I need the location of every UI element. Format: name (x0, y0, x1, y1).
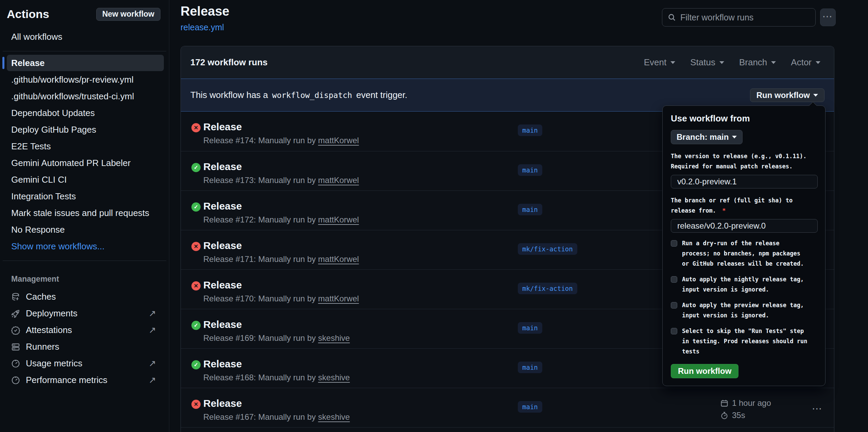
run-title-link[interactable]: Release (203, 279, 359, 291)
management-item[interactable]: Deployments ↗ (7, 305, 160, 322)
run-description-text: Release #169: Manually run by (203, 333, 316, 343)
runs-count: 172 workflow runs (190, 57, 268, 68)
run-title-link[interactable]: Release (203, 358, 350, 370)
management-item[interactable]: Caches ↗ (7, 288, 160, 305)
popup-checkbox-row: Select to skip the "Run Tests" step in t… (671, 326, 817, 356)
run-title-link[interactable]: Release (203, 398, 350, 409)
run-title-link[interactable]: Release (203, 121, 359, 133)
filter-dropdown[interactable]: Event (644, 57, 676, 68)
branch-badge[interactable]: mk/fix-action (518, 283, 577, 294)
calendar-icon (720, 399, 728, 407)
field-label-text: The version to release (e.g., v0.1.11). … (671, 153, 806, 170)
workflow-item-label: Integration Tests (11, 191, 76, 202)
run-actor-link[interactable]: mattKorwel (318, 176, 359, 185)
option-checkbox[interactable] (671, 240, 677, 247)
run-actor-link[interactable]: mattKorwel (318, 215, 359, 224)
workflow-item-label: Gemini CLI CI (11, 175, 67, 185)
popup-field: The branch or ref (full git sha) to rele… (671, 195, 817, 233)
chevron-down-icon (816, 61, 820, 64)
run-actor-link[interactable]: mattKorwel (318, 136, 359, 145)
run-actor-link[interactable]: skeshive (318, 333, 350, 343)
management-item[interactable]: Runners ↗ (7, 338, 160, 355)
filter-runs-input[interactable] (680, 13, 810, 22)
run-description-text: Release #167: Manually run by (203, 412, 316, 421)
run-description: Release #170: Manually run by mattKorwel (203, 294, 359, 303)
cache-icon (11, 293, 20, 301)
sidebar-workflow-item[interactable]: Release (7, 55, 164, 71)
search-icon (668, 13, 676, 21)
management-item-label: Usage metrics (26, 358, 82, 369)
banner-code: workflow_dispatch (272, 91, 352, 100)
filter-runs-search[interactable] (662, 8, 816, 27)
run-actor-link[interactable]: mattKorwel (318, 254, 359, 264)
filter-dropdown[interactable]: Status (690, 57, 724, 68)
branch-badge[interactable]: mk/fix-action (518, 243, 577, 255)
sidebar-workflow-item[interactable]: Gemini CLI CI (7, 171, 164, 188)
run-status-icon (191, 360, 201, 369)
sidebar-workflow-item[interactable]: No Response (7, 221, 164, 238)
run-title-link[interactable]: Release (203, 240, 359, 251)
new-workflow-button[interactable]: New workflow (96, 8, 160, 21)
show-more-workflows-link[interactable]: Show more workflows... (11, 241, 169, 252)
sidebar-workflow-item[interactable]: Deploy GitHub Pages (7, 121, 164, 138)
option-checkbox-label: Auto apply the preview release tag, inpu… (682, 300, 809, 320)
branch-select-button[interactable]: Branch: main (671, 130, 743, 144)
run-workflow-submit-button[interactable]: Run workflow (671, 364, 738, 378)
branch-badge[interactable]: main (518, 204, 542, 215)
chevron-down-icon (771, 61, 776, 64)
run-kebab-button[interactable]: ⋯ (812, 402, 823, 414)
verified-badge-icon (11, 326, 20, 335)
sidebar-workflow-item[interactable]: .github/workflows/trusted-ci.yml (7, 88, 164, 104)
gauge-icon (11, 359, 20, 368)
chevron-down-icon (813, 94, 818, 97)
sidebar-workflow-item[interactable]: Integration Tests (7, 188, 164, 204)
run-actor-link[interactable]: skeshive (318, 412, 350, 421)
run-description: Release #172: Manually run by mattKorwel (203, 215, 359, 225)
external-link-icon: ↗ (149, 358, 156, 369)
branch-badge[interactable]: main (518, 164, 542, 176)
branch-badge[interactable]: main (518, 124, 542, 136)
run-description-text: Release #168: Manually run by (203, 373, 316, 382)
branch-badge[interactable]: main (518, 362, 542, 373)
run-actor-link[interactable]: skeshive (318, 373, 350, 382)
run-description: Release #168: Manually run by skeshive (203, 373, 350, 382)
sidebar-workflow-item[interactable]: Dependabot Updates (7, 105, 164, 121)
field-input[interactable] (671, 175, 818, 188)
sidebar-workflow-item[interactable]: .github/workflows/pr-review.yml (7, 71, 164, 88)
popup-fields: The version to release (e.g., v0.1.11). … (671, 151, 817, 233)
filter-dropdown[interactable]: Actor (791, 57, 820, 68)
option-checkbox[interactable] (671, 276, 677, 283)
popup-checkbox-row: Run a dry-run of the release process; no… (671, 238, 817, 269)
sidebar-workflow-item[interactable]: Mark stale issues and pull requests (7, 205, 164, 221)
run-title-link[interactable]: Release (203, 161, 359, 172)
run-title-link[interactable]: Release (203, 200, 359, 212)
run-actor-link[interactable]: mattKorwel (318, 294, 359, 303)
management-item[interactable]: Performance metrics ↗ (7, 372, 160, 388)
run-title-link[interactable]: Release (203, 319, 350, 330)
run-workflow-dropdown-button[interactable]: Run workflow (750, 88, 824, 102)
run-meta: 1 hour ago 35s (720, 398, 771, 420)
option-checkbox[interactable] (671, 328, 677, 334)
field-input[interactable] (671, 219, 818, 233)
sidebar-item-all-workflows[interactable]: All workflows (11, 32, 169, 42)
selected-accent-bar (2, 57, 4, 69)
management-item[interactable]: Attestations ↗ (7, 322, 160, 338)
run-duration: 35s (732, 411, 745, 420)
page-kebab-button[interactable]: ⋯ (820, 9, 836, 26)
sidebar-workflow-item[interactable]: Gemini Automated PR Labeler (7, 155, 164, 171)
sidebar-workflow-item[interactable]: E2E Tests (7, 138, 164, 154)
workflow-run-row[interactable]: Release Release #167: Manually run by sk… (181, 388, 834, 427)
filter-dropdown[interactable]: Branch (739, 57, 776, 68)
option-checkbox[interactable] (671, 302, 677, 309)
run-description-text: Release #174: Manually run by (203, 136, 316, 145)
stopwatch-icon (720, 412, 728, 419)
run-description: Release #167: Manually run by skeshive (203, 412, 350, 422)
popup-checkbox-row: Auto apply the nightly release tag, inpu… (671, 274, 817, 295)
run-time-ago: 1 hour ago (732, 398, 771, 408)
gauge-icon (11, 376, 20, 385)
branch-badge[interactable]: main (518, 322, 542, 334)
management-item-label: Caches (26, 292, 56, 302)
workflow-file-link[interactable]: release.yml (181, 22, 224, 32)
management-item[interactable]: Usage metrics ↗ (7, 355, 160, 372)
branch-badge[interactable]: main (518, 401, 542, 413)
